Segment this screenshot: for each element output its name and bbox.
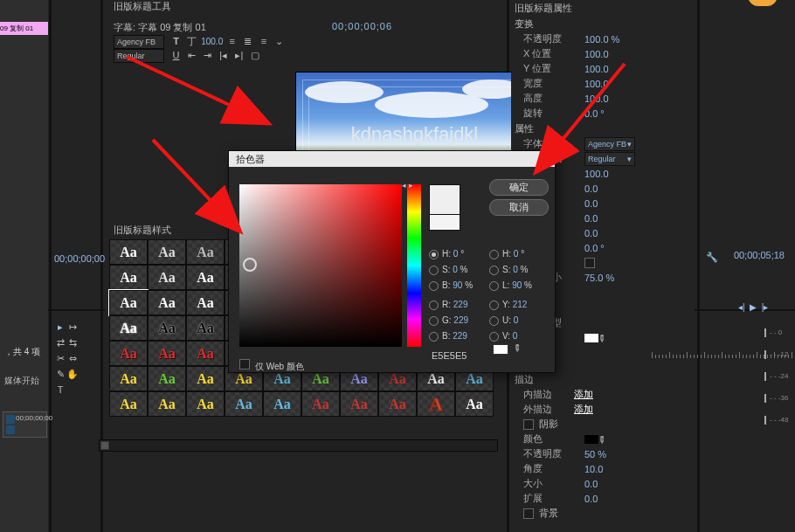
color-field[interactable]	[239, 184, 402, 347]
r-value[interactable]: 229	[453, 300, 468, 309]
radio-u[interactable]	[489, 316, 499, 326]
s-value[interactable]: 0	[453, 265, 458, 274]
hex-field[interactable]: E5E5E5	[432, 350, 467, 361]
selection-tool-icon[interactable]: ▸	[54, 321, 66, 334]
hue-arrows[interactable]: ◂ ▸	[402, 181, 413, 190]
preview-text[interactable]: kdnashgkfajdkl	[351, 123, 479, 146]
track-selector[interactable]: 00;00;00;00	[3, 411, 47, 438]
web-only-checkbox[interactable]: 仅 Web 颜色	[239, 359, 304, 373]
width-value[interactable]: 100.0	[584, 79, 609, 89]
shadow-opacity-value[interactable]: 50 %	[584, 449, 606, 459]
cancel-button[interactable]: 取消	[489, 199, 549, 216]
shadow-size-value[interactable]: 0.0	[584, 479, 598, 489]
style-swatch[interactable]: Aa	[109, 265, 148, 290]
radio-y[interactable]	[489, 301, 499, 310]
ripple-tool-icon[interactable]: ⇄	[54, 337, 66, 349]
style-swatch[interactable]: Aa	[109, 391, 148, 417]
step-fwd-icon[interactable]: |▸	[762, 302, 769, 312]
section-properties[interactable]: 属性	[511, 121, 695, 136]
style-swatch[interactable]: A	[417, 391, 455, 417]
wrench-icon[interactable]: 🔧	[706, 252, 718, 263]
xpos-value[interactable]: 100.0	[584, 49, 609, 59]
styles-scrollbar[interactable]	[99, 439, 498, 452]
align-right-icon[interactable]: ≡	[257, 36, 270, 49]
style-swatch[interactable]: Aa	[148, 239, 186, 265]
razor-tool-icon[interactable]: ✂	[54, 353, 66, 365]
leading-icon[interactable]: ⇥	[201, 50, 214, 63]
prop-val-5[interactable]: 0.0	[584, 228, 598, 238]
l-value[interactable]: 90	[512, 280, 522, 290]
style-swatch[interactable]: Aa	[186, 315, 225, 341]
rotation-value[interactable]: 0.0 °	[584, 108, 605, 119]
track-select-tool-icon[interactable]: ↦	[66, 321, 79, 334]
prop-font-style-dropdown[interactable]: Regular▾	[584, 152, 635, 166]
style-swatch[interactable]: Aa	[186, 239, 225, 265]
radio-h2[interactable]	[489, 250, 499, 259]
style-swatch[interactable]: Aa	[455, 391, 494, 417]
section-shadow[interactable]: 阴影	[539, 418, 558, 431]
style-swatch[interactable]: Aa	[186, 341, 225, 366]
radio-b[interactable]	[429, 281, 439, 291]
baseline-icon[interactable]: ⌄	[273, 36, 286, 49]
tracking-value[interactable]: 75.0 %	[584, 273, 614, 283]
slip-tool-icon[interactable]: ⇔	[66, 353, 79, 365]
prop-val-3[interactable]: 0.0	[584, 198, 598, 209]
opacity-value[interactable]: 100.0 %	[584, 34, 619, 45]
font-size-field[interactable]: 100.0	[201, 37, 223, 46]
go-end-icon[interactable]: ▸|	[232, 50, 245, 63]
bold-icon[interactable]: T	[169, 36, 183, 49]
background-checkbox[interactable]	[523, 508, 534, 519]
radio-s2[interactable]	[489, 266, 499, 275]
outer-stroke-add[interactable]: 添加	[574, 403, 593, 416]
inner-stroke-add[interactable]: 添加	[574, 388, 593, 401]
style-swatch[interactable]: Aa	[186, 290, 225, 315]
type-tool-icon[interactable]: T	[54, 384, 66, 397]
radio-bc[interactable]	[429, 332, 439, 342]
section-background[interactable]: 背景	[539, 507, 558, 520]
style-swatch[interactable]: Aa	[378, 391, 417, 417]
underline-icon[interactable]: U	[169, 50, 183, 63]
height-value[interactable]: 100.0	[584, 93, 609, 104]
showvid-icon[interactable]: ▢	[248, 50, 261, 63]
bc-value[interactable]: 229	[453, 331, 467, 341]
ok-button[interactable]: 确定	[489, 179, 549, 196]
style-swatch[interactable]: Aa	[109, 315, 148, 341]
style-swatch[interactable]: Aa	[148, 290, 186, 315]
style-swatch[interactable]: Aa	[186, 366, 225, 391]
scrollbar-thumb[interactable]	[100, 441, 109, 450]
eyedropper-icon-2[interactable]: ✎	[597, 432, 609, 445]
prop-val-4[interactable]: 0.0	[584, 213, 598, 224]
smallcaps-checkbox[interactable]	[584, 258, 595, 268]
align-center-icon[interactable]: ≣	[241, 36, 254, 49]
hand-tool-icon[interactable]: ✋	[66, 369, 79, 381]
style-swatch[interactable]: Aa	[186, 391, 225, 417]
section-stroke[interactable]: 描边	[511, 371, 695, 387]
eyedropper-icon[interactable]: ✎	[597, 331, 609, 343]
prop-val-6[interactable]: 0.0 °	[584, 243, 605, 253]
title-tool-timecode[interactable]: 00;00;00;06	[332, 21, 392, 31]
style-swatch[interactable]: Aa	[225, 391, 263, 417]
clip-chip[interactable]: 09 复制 01	[0, 22, 48, 35]
align-left-icon[interactable]: ≡	[225, 36, 238, 49]
shadow-spread-value[interactable]: 0.0	[584, 494, 598, 504]
prop-font-family-dropdown[interactable]: Agency FB▾	[584, 137, 635, 151]
u-value[interactable]: 0	[514, 315, 519, 325]
rate-tool-icon[interactable]: ⇆	[66, 337, 79, 349]
g-value[interactable]: 229	[453, 315, 468, 325]
prop-val-2[interactable]: 0.0	[584, 183, 598, 194]
cp-eyedropper-icon[interactable]: ✎	[510, 342, 524, 356]
style-swatch[interactable]: Aa	[148, 366, 186, 391]
shadow-angle-value[interactable]: 10.0	[584, 464, 603, 474]
style-swatch[interactable]: Aa	[148, 315, 186, 341]
ypos-value[interactable]: 100.0	[584, 64, 609, 74]
y-value[interactable]: 212	[513, 300, 528, 309]
section-transform[interactable]: 变换	[511, 16, 695, 31]
b-value[interactable]: 90	[453, 280, 462, 290]
radio-l[interactable]	[489, 281, 499, 291]
radio-v[interactable]	[489, 332, 499, 342]
style-swatch[interactable]: Aa	[263, 391, 301, 417]
shadow-checkbox[interactable]	[523, 419, 534, 430]
font-family-dropdown[interactable]: Agency FB	[114, 35, 164, 49]
radio-s[interactable]	[429, 266, 439, 275]
color-cursor[interactable]	[243, 258, 257, 272]
